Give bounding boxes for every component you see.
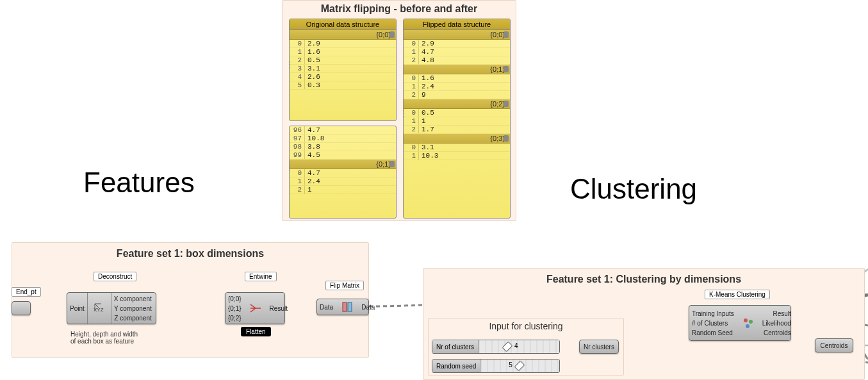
- panel-flipped-header: Flipped data structure: [404, 19, 510, 30]
- port-00[interactable]: {0;0}: [225, 294, 244, 304]
- port-02[interactable]: {0;2}: [225, 313, 244, 323]
- port-centroids-out[interactable]: Centroids: [760, 328, 794, 338]
- slider-label-random-seed: Random seed: [432, 359, 480, 372]
- flatten-tag: Flatten: [241, 327, 271, 336]
- cell-idx: 4: [290, 73, 305, 81]
- panel-grip-icon[interactable]: [396, 60, 397, 79]
- svg-rect-2: [343, 302, 347, 311]
- centroids-label: Centroids: [818, 341, 851, 351]
- cell-val: 2.6: [305, 73, 320, 81]
- cell-idx: 2: [404, 126, 419, 133]
- cell-val: 2.9: [419, 40, 434, 47]
- entwine-icon: [248, 301, 263, 316]
- entwine-label: Entwine: [245, 272, 277, 281]
- nr-clusters-component[interactable]: Nr clusters: [579, 340, 619, 354]
- kmeans-component[interactable]: Training Inputs # of Clusters Random See…: [689, 305, 791, 341]
- group-matrix-flipping[interactable]: Matrix flipping - before and after Origi…: [282, 0, 516, 221]
- feature-note: Height, depth and width of each box as f…: [70, 331, 138, 345]
- flip-matrix-label: Flip Matrix: [325, 281, 364, 290]
- panel-flipped[interactable]: Flipped data structure {0;0} 02.9 14.7 2…: [403, 19, 511, 219]
- svg-point-5: [749, 320, 753, 324]
- port-data-in[interactable]: Data: [317, 302, 336, 312]
- flip-matrix-component[interactable]: Data Data: [316, 299, 369, 315]
- panel-original-header: Origional data structure: [290, 19, 396, 30]
- slider-random-seed[interactable]: Random seed 5: [432, 359, 560, 373]
- centroids-component[interactable]: Centroids: [815, 338, 853, 352]
- deconstruct-component[interactable]: Point XYZ X component Y component Z comp…: [67, 292, 156, 324]
- port-z[interactable]: Z component: [111, 313, 154, 323]
- cell-val: 1.7: [419, 126, 434, 133]
- entwine-component[interactable]: {0;0} {0;1} {0;2} Result: [225, 292, 285, 324]
- port-y[interactable]: Y component: [111, 304, 154, 313]
- cell-idx: 1: [404, 117, 419, 125]
- deconstruct-label: Deconstruct: [94, 272, 136, 281]
- cell-val: 2.4: [305, 178, 320, 185]
- cell-val: 10.3: [419, 152, 438, 160]
- cell-val: 4.7: [419, 48, 434, 56]
- port-data-out[interactable]: Data: [359, 302, 377, 312]
- panel-grip-icon[interactable]: [289, 60, 290, 79]
- cell-idx: 99: [290, 151, 305, 159]
- cell-val: 1: [419, 117, 426, 125]
- panel-original-bottom[interactable]: 964.7 9710.8 983.8 994.5 {0;1} 04.7 12.4…: [289, 126, 397, 219]
- port-x[interactable]: X component: [111, 294, 154, 304]
- group-matrix-title: Matrix flipping - before and after: [283, 1, 516, 17]
- features-heading: Features: [83, 167, 195, 199]
- cell-idx: 1: [290, 178, 305, 185]
- group-feature-set-1[interactable]: Feature set 1: box dimensions: [12, 242, 369, 358]
- svg-point-4: [744, 318, 748, 322]
- clustering-heading: Clustering: [570, 173, 697, 205]
- cell-idx: 0: [290, 40, 305, 47]
- panel-grip-icon[interactable]: [510, 109, 511, 128]
- nr-clusters-label: Nr clusters: [581, 342, 617, 352]
- path-flipped-01: {0;1}: [404, 65, 510, 74]
- port-seed[interactable]: Random Seed: [689, 328, 737, 338]
- cell-idx: 1: [290, 48, 305, 56]
- port-result[interactable]: Result: [267, 304, 290, 313]
- cell-idx: 2: [290, 186, 305, 194]
- port-point[interactable]: Point: [67, 304, 87, 313]
- panel-grip-icon[interactable]: [403, 109, 404, 128]
- kmeans-icon: [741, 315, 756, 331]
- slider-label-nr-clusters: Nr of clusters: [432, 340, 479, 353]
- cell-idx: 2: [404, 91, 419, 99]
- cell-idx: 1: [404, 152, 419, 160]
- input-clustering-title: Input for clustering: [429, 321, 623, 331]
- port-result-out[interactable]: Result: [760, 309, 794, 318]
- port-likelihood[interactable]: Likelihood: [760, 318, 794, 328]
- cluster-group-title: Feature set 1: Clustering by dimensions: [423, 268, 864, 288]
- cell-val: 4.8: [419, 56, 434, 64]
- path-original-00: {0;0}: [290, 30, 396, 40]
- cell-idx: 98: [290, 143, 305, 151]
- cell-val: 1.6: [419, 74, 434, 82]
- panel-original-top[interactable]: Origional data structure {0;0} 02.9 11.6…: [289, 19, 397, 121]
- end-pt-component[interactable]: [12, 301, 31, 315]
- cell-val: 3.8: [305, 143, 320, 151]
- port-training[interactable]: Training Inputs: [689, 309, 737, 318]
- end-pt-label: End_pt: [12, 287, 41, 297]
- cell-idx: 5: [290, 81, 305, 89]
- cell-val: 1: [305, 186, 312, 194]
- cell-val: 2.9: [305, 40, 320, 47]
- path-original-01: {0;1}: [290, 160, 396, 169]
- panel-grip-icon[interactable]: [289, 163, 290, 182]
- cell-idx: 0: [404, 74, 419, 82]
- cell-val: 0.3: [305, 81, 320, 89]
- cell-val: 0.5: [419, 109, 434, 117]
- cell-idx: 97: [290, 135, 305, 142]
- path-flipped-02: {0;2}: [404, 99, 510, 109]
- port-01[interactable]: {0;1}: [225, 304, 244, 313]
- slider-nr-clusters[interactable]: Nr of clusters 4: [432, 340, 560, 354]
- cell-idx: 0: [404, 144, 419, 151]
- kmeans-label: K-Means Clustering: [705, 290, 770, 299]
- cell-idx: 96: [290, 126, 305, 134]
- svg-rect-3: [348, 302, 352, 311]
- cell-val: 4.7: [305, 126, 320, 134]
- panel-grip-icon[interactable]: [396, 163, 397, 182]
- svg-point-6: [746, 324, 749, 328]
- feature-group-title: Feature set 1: box dimensions: [12, 243, 368, 262]
- cell-val: 10.8: [305, 135, 324, 142]
- cell-idx: 1: [404, 48, 419, 56]
- cell-idx: 2: [404, 56, 419, 64]
- port-nclusters[interactable]: # of Clusters: [689, 318, 737, 328]
